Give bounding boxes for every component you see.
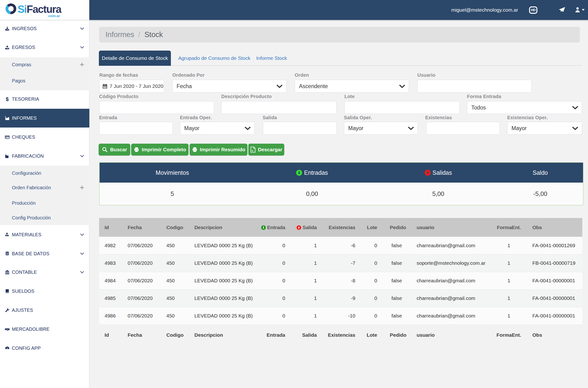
svg-text:Si: Si bbox=[18, 3, 27, 15]
svg-text:$: $ bbox=[6, 97, 9, 102]
svg-text:x: x bbox=[252, 149, 254, 152]
svg-text:.com.ar: .com.ar bbox=[48, 14, 60, 18]
svg-text:Factura: Factura bbox=[27, 3, 62, 15]
